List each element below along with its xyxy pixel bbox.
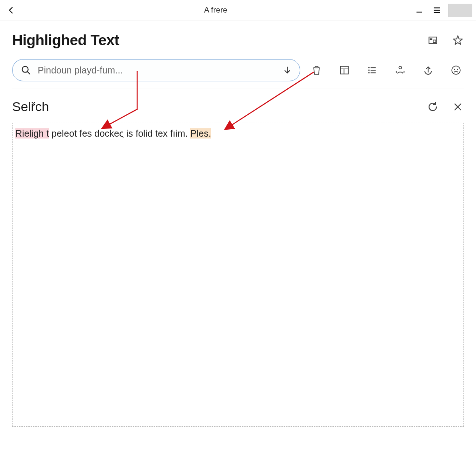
minimize-icon [416,7,423,14]
titlebar: A frere [0,0,476,20]
refresh-button[interactable] [427,101,439,113]
page-header: Highlighed Text [12,32,464,49]
star-icon [452,35,463,46]
section-header: Selřch [12,99,464,114]
svg-point-20 [452,66,460,74]
header-actions [427,34,464,46]
body-text: Rieligh t peleot fes dockeς is folid tex… [13,127,463,140]
arrow-down-icon [283,66,292,75]
svg-rect-10 [341,66,349,74]
search-row [12,59,464,81]
text-canvas[interactable]: Rieligh t peleot fes dockeς is folid tex… [12,123,464,427]
window-handle[interactable] [448,4,472,17]
user-code-button[interactable] [394,64,406,76]
search-submit-button[interactable] [281,64,293,76]
svg-line-8 [27,72,30,74]
search-field[interactable] [12,59,300,81]
svg-point-15 [368,70,370,71]
svg-rect-6 [433,40,436,43]
page-title: Highlighed Text [12,32,119,49]
highlight-orange: Ples. [190,128,211,139]
refresh-icon [427,101,438,112]
highlight-pink: Rieligh t [15,128,49,139]
list-button[interactable] [366,64,378,76]
svg-point-22 [457,69,458,70]
layout-icon [339,65,350,75]
section-title: Selřch [12,99,49,114]
svg-rect-5 [430,38,433,40]
svg-point-21 [454,69,455,70]
star-button[interactable] [452,34,464,46]
back-button[interactable] [4,3,19,18]
trash-icon [311,65,322,76]
window-controls [413,4,472,17]
sad-face-icon [450,65,462,76]
close-icon [453,102,463,112]
layout-button[interactable] [338,64,350,76]
divider [12,88,464,88]
body-text-mid: peleot fes dockeς is folid tex fıim. [49,128,190,139]
upload-icon [423,65,434,76]
search-icon [21,65,31,75]
arrow-left-icon [7,6,15,14]
upload-button[interactable] [422,64,434,76]
emoji-button[interactable] [450,64,462,76]
minimize-button[interactable] [413,4,426,17]
window-title: A frere [19,6,413,15]
search-input[interactable] [38,65,281,76]
menu-button[interactable] [430,4,443,17]
svg-point-19 [399,66,402,69]
toolbar [311,64,462,76]
svg-point-17 [368,72,370,73]
delete-button[interactable] [311,64,323,76]
section-actions [427,101,464,113]
user-code-icon [395,65,405,75]
hamburger-icon [433,6,441,14]
window-layout-icon [428,35,438,46]
svg-point-13 [368,67,370,68]
close-button[interactable] [452,101,464,113]
list-icon [367,65,377,75]
window-layout-button[interactable] [427,34,439,46]
